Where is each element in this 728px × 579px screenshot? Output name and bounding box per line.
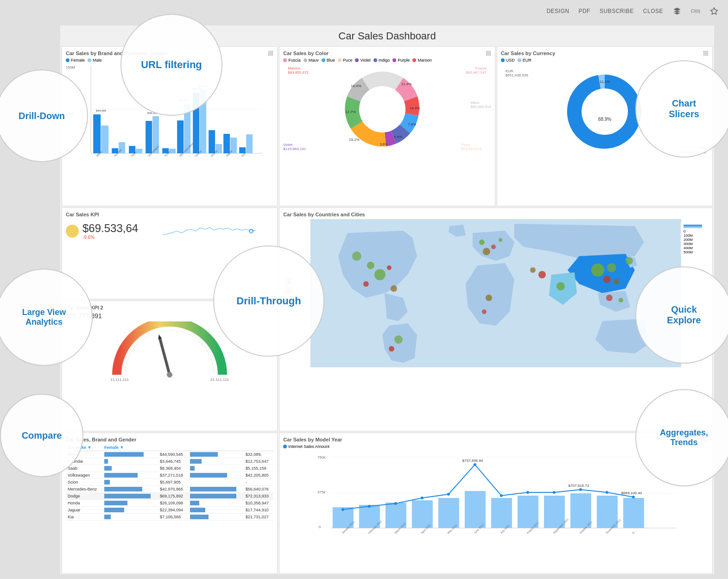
svg-text:7.8%: 7.8% [408, 122, 416, 126]
svg-point-112 [368, 505, 371, 508]
panel-brand-gender-title: Car Sales by Brand and Customer Gender [66, 50, 273, 56]
panel-currency-title: Car Sales by Currency [501, 50, 709, 56]
svg-rect-110 [623, 498, 644, 528]
svg-text:750k: 750k [317, 455, 326, 459]
puce-callout: Puce$73,816,876 [461, 143, 482, 151]
svg-marker-90 [157, 334, 162, 340]
svg-point-122 [632, 496, 635, 498]
panel-map-title: Car Sales by Countries and Cities [283, 212, 709, 217]
table-row: Mercedes-Benz $42,970,865 $56,640,076 [66, 486, 273, 493]
table-row: Saab $8,368,404 $5,155,159 [66, 465, 273, 472]
svg-text:14.4%: 14.4% [410, 106, 420, 110]
currency-expand[interactable] [703, 50, 709, 56]
svg-text:0: 0 [319, 525, 321, 529]
table-row: Honda $26,109,098 $10,358,947 [66, 500, 273, 507]
model-year-expand[interactable] [703, 436, 709, 442]
svg-text:88.9%: 88.9% [598, 117, 611, 122]
color-donut-chart: 11.4% 14.4% 7.8% 6.6% 3.6% 19.1% 12.7% 1… [336, 65, 438, 153]
table-header-female[interactable]: Female ▼ [102, 444, 188, 451]
table-row: Volkswagen $37,271,518 $42,205,805 [66, 472, 273, 479]
brand-gender-legend: Female Male [66, 58, 273, 63]
svg-point-83 [626, 257, 633, 264]
svg-point-120 [579, 488, 582, 491]
legend-male: Male [93, 58, 102, 63]
svg-rect-59 [706, 51, 708, 53]
svg-text:$737,496.94: $737,496.94 [462, 459, 483, 463]
panel-brand-gender: Car Sales by Brand and Customer Gender F… [62, 46, 278, 206]
panel-table-title: Car Sales, Brand and Gender [66, 437, 273, 442]
kpi-change: -9.6% [82, 235, 138, 240]
svg-rect-18 [193, 93, 199, 153]
svg-rect-4 [101, 126, 108, 153]
color-expand[interactable] [486, 50, 492, 56]
design-button[interactable]: DESIGN [546, 8, 569, 14]
svg-point-68 [352, 252, 361, 261]
layers-icon[interactable] [672, 6, 682, 16]
table-row: Jaguar $22,394,094 $17,744,910 [66, 507, 273, 514]
svg-point-71 [389, 346, 394, 352]
star-icon[interactable] [709, 6, 719, 16]
svg-point-66 [363, 281, 369, 287]
svg-rect-105 [491, 498, 512, 528]
map-scroll-controls[interactable]: + − [285, 278, 292, 294]
panel-kpi-title: Car Sales KPI [66, 212, 273, 217]
svg-rect-58 [704, 51, 706, 53]
svg-rect-27 [246, 134, 253, 153]
close-button[interactable]: CLOSE [643, 8, 663, 14]
eur-callout: EUR$551,439,539 [506, 69, 528, 77]
top-bar: DESIGN PDF SUBSCRIBE CLOSE (0) [543, 0, 728, 22]
svg-point-87 [482, 309, 487, 314]
svg-point-84 [606, 295, 613, 301]
svg-rect-24 [223, 134, 230, 153]
pdf-button[interactable]: PDF [578, 8, 590, 14]
usd-callout: USD$4,400,494,441 [680, 146, 706, 154]
table-header-brand[interactable]: Car Make ▼ [66, 444, 102, 451]
svg-rect-138 [704, 438, 706, 440]
svg-rect-41 [271, 54, 273, 56]
brand-gender-table: Car Make ▼ Female ▼ BMW $44,590,545 $32,… [66, 444, 273, 521]
svg-rect-103 [438, 498, 459, 528]
kpi-value: $69.533,64 [82, 222, 138, 235]
svg-rect-40 [269, 54, 271, 56]
table-row: Scion $5,697,905 - [66, 479, 273, 486]
mauv-callout: Mauv$95,684,819 [470, 101, 491, 109]
currency-donut-chart: 11.1% 88.9% [554, 65, 656, 158]
svg-point-113 [394, 502, 397, 505]
svg-point-75 [499, 238, 502, 242]
svg-text:$69,175: $69,175 [191, 88, 202, 90]
svg-rect-3 [93, 114, 101, 153]
table-header-male[interactable] [188, 444, 274, 451]
svg-point-72 [479, 239, 485, 245]
svg-text:12.7%: 12.7% [345, 110, 356, 114]
svg-point-64 [367, 262, 374, 269]
gauge-chart: 11.111.111 21.111.111 [109, 321, 230, 382]
color-legend: Fuscia Mauv Blue Puce Violet Indigo Purp… [283, 58, 491, 63]
svg-point-86 [486, 295, 492, 301]
comment-icon[interactable]: (0) [691, 6, 700, 16]
svg-rect-60 [704, 54, 706, 56]
brand-gender-expand[interactable] [268, 50, 274, 56]
svg-point-111 [342, 508, 344, 511]
svg-point-82 [614, 279, 619, 284]
svg-point-78 [557, 282, 565, 290]
map-container: 0100M200M300M400M500M + − [283, 219, 709, 367]
table-row: Dodge $69,175,892 $72,313,933 [66, 493, 273, 500]
svg-point-116 [474, 463, 476, 466]
svg-point-81 [603, 276, 611, 283]
panel-kpi: Car Sales KPI $69.533,64 -9.6% [62, 208, 278, 299]
subscribe-button[interactable]: SUBSCRIBE [600, 8, 634, 14]
svg-point-121 [606, 491, 608, 494]
svg-rect-88 [158, 336, 171, 377]
panel-color: Car Sales by Color Fuscia Mauv Blue Puce… [279, 46, 495, 206]
panel-color-title: Car Sales by Color [283, 50, 491, 56]
svg-rect-15 [177, 120, 184, 153]
svg-point-69 [391, 285, 397, 292]
gauge-container: 11.111.111 21.111.111 [66, 321, 273, 382]
panel-currency: Car Sales by Currency USD EUR [497, 46, 713, 206]
world-map-svg [283, 219, 709, 367]
kpi-circle [66, 225, 79, 238]
svg-text:$44,590: $44,590 [96, 109, 106, 112]
table-row: Kia $7,106,568 $21,731,027 [66, 514, 273, 521]
svg-point-80 [607, 263, 616, 272]
panel-kpi2-title: Car Sales KPI 2 [66, 305, 273, 310]
